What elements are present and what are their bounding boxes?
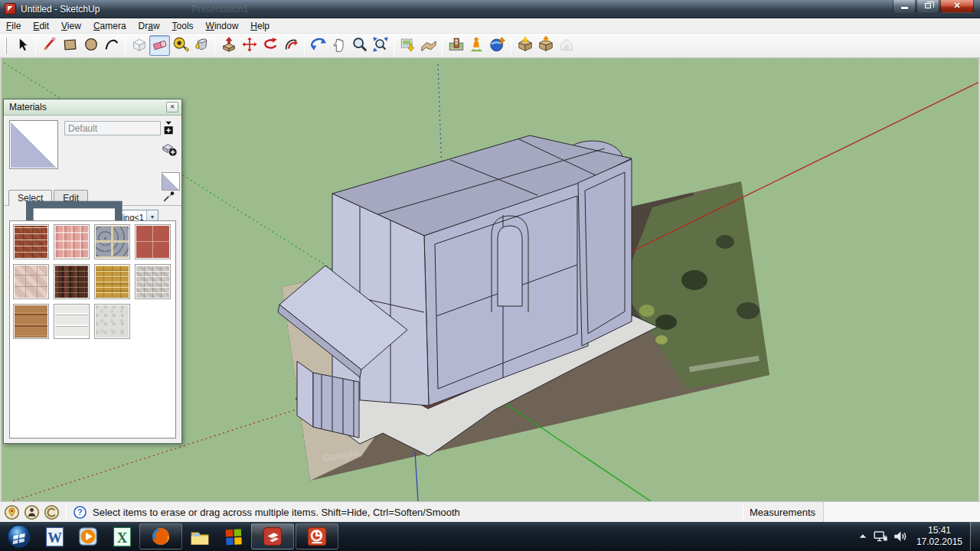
restore-button[interactable] [916,0,939,13]
get-models-tool-button[interactable] [514,35,535,56]
arc-tool-button[interactable] [101,35,122,56]
make-component-tool-button[interactable] [129,35,149,56]
taskbar-firefox-icon[interactable] [139,523,182,549]
add-location-tool-button[interactable] [397,35,418,56]
minimize-icon [901,7,908,9]
get-models-icon [517,36,534,56]
paint-bucket-tool-button[interactable] [191,35,211,56]
line-tool-button[interactable] [39,35,60,56]
menu-item-view[interactable]: View [55,19,87,33]
pan-tool-button[interactable] [328,35,349,56]
menu-item-camera[interactable]: Camera [87,19,132,33]
rotate-icon [262,36,279,56]
toolbar-separator [442,37,443,55]
svg-text:?: ? [77,508,82,517]
taskbar-explorer-icon[interactable] [184,523,216,549]
share-model-icon [537,36,554,56]
material-swatch-brick-white[interactable] [135,264,171,299]
measurements-separator [743,504,743,520]
zoom-extents-tool-button[interactable] [370,35,390,56]
model-viewport[interactable]: Google [0,58,980,501]
measurements-label: Measurements [750,507,823,518]
main-toolbar [0,34,980,58]
media-player-icon [77,526,99,547]
material-swatch-granite-block[interactable] [94,224,130,259]
clock-time: 15:41 [916,525,962,536]
taskbar-windows-logo-icon[interactable] [217,523,250,549]
taskbar-excel-icon[interactable]: X [106,523,138,549]
pan-icon [331,36,348,56]
taskbar-sketchup-icon[interactable] [251,523,294,549]
push-pull-icon [220,36,237,56]
minimize-button[interactable] [893,0,916,13]
circle-tool-button[interactable] [80,35,101,56]
caption-buttons: ✕ [892,0,974,13]
network-icon[interactable] [872,528,889,545]
taskbar-start-button[interactable] [2,523,37,549]
material-swatch-brick-red[interactable] [13,224,49,259]
material-swatch-siding-white[interactable] [54,304,90,339]
material-swatch-wood-siding[interactable] [13,304,49,339]
add-location-icon [400,36,416,56]
menu-item-edit[interactable]: Edit [27,19,55,33]
offset-tool-button[interactable] [280,35,301,56]
material-swatch-list [9,220,176,439]
svg-text:W: W [47,530,62,546]
help-icon[interactable]: ? [73,505,87,520]
material-swatch-brick-dark[interactable] [54,264,90,299]
share-model-tool-button[interactable] [535,35,556,56]
porch-left-face [297,361,313,427]
hidden-icons-chevron[interactable] [857,528,869,545]
taskbar-powerpoint-icon[interactable] [296,523,338,549]
excel-icon: X [111,526,132,547]
arch-niche [498,226,522,306]
push-pull-tool-button[interactable] [218,35,239,56]
google-earth-tool-button[interactable] [487,35,508,56]
material-swatch-pavers-pink[interactable] [54,224,90,259]
tape-measure-tool-button[interactable] [170,35,191,56]
close-button[interactable]: ✕ [940,0,974,13]
background-window-ghost-title: Presentation1 [191,4,248,15]
show-desktop-button[interactable] [970,522,980,551]
zoom-icon [351,36,368,56]
menu-item-help[interactable]: Help [244,19,276,33]
zoom-tool-button[interactable] [349,35,370,56]
orbit-tool-button[interactable] [308,35,328,56]
photo-textures-icon [448,36,465,56]
move-tool-button[interactable] [239,35,260,56]
arc-icon [103,36,120,56]
status-message: Select items to erase or drag across mul… [93,507,743,518]
volume-icon[interactable] [892,528,909,545]
eraser-tool-button[interactable] [149,35,170,56]
select-tool-button[interactable] [11,35,32,56]
position-person-tool-button[interactable] [466,35,487,56]
taskbar-media-player-icon[interactable] [72,523,104,549]
measurements-input[interactable] [823,502,980,522]
menu-bar: FileEditViewCameraDrawToolsWindowHelp [0,18,980,34]
geolocation-status-icon[interactable] [4,504,20,520]
menu-item-file[interactable]: File [0,19,27,33]
clock[interactable]: 15:41 17.02.2015 [916,525,962,548]
menu-item-draw[interactable]: Draw [132,19,166,33]
person-credits-status-icon[interactable] [24,504,40,520]
rotate-tool-button[interactable] [260,35,280,56]
taskbar-word-icon[interactable]: W [38,523,70,549]
menu-item-window[interactable]: Window [200,19,245,33]
select-icon [14,36,31,56]
rectangle-tool-button[interactable] [60,35,80,56]
photo-textures-tool-button[interactable] [446,35,466,56]
toolbar-drag-handle[interactable] [5,37,7,54]
claim-status-icon[interactable] [44,504,60,520]
material-swatch-brick-yellow[interactable] [94,264,130,299]
circle-icon [83,36,100,56]
menu-item-tools[interactable]: Tools [166,19,200,33]
material-swatch-stucco[interactable] [94,304,130,339]
sketchup-logo-icon [5,3,16,15]
toggle-terrain-tool-button[interactable] [418,35,439,56]
material-swatch-pavers-red[interactable] [135,224,171,259]
svg-text:X: X [117,530,128,546]
status-separator [66,504,67,520]
material-swatch-stone-pavers[interactable] [13,264,49,299]
eraser-icon [152,36,168,56]
building-maker-tool-button[interactable] [556,35,577,56]
